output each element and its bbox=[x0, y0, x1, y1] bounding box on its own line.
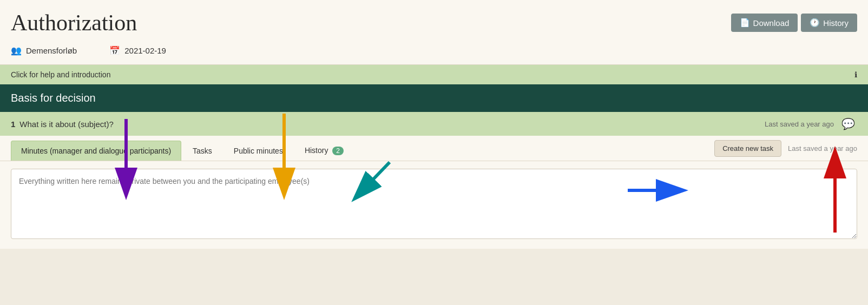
tabs-left: Minutes (manager and dialogue participan… bbox=[11, 136, 355, 161]
tabs-last-saved: Last saved a year ago bbox=[788, 144, 857, 152]
tab-minutes-label: Minutes (manager and dialogue participan… bbox=[21, 147, 171, 155]
organization-item: 👥 Demensforløb bbox=[11, 45, 77, 56]
create-task-label: Create new task bbox=[722, 144, 773, 152]
tab-public-minutes[interactable]: Public minutes bbox=[223, 141, 293, 161]
tabs-right: Create new task Last saved a year ago bbox=[714, 140, 857, 157]
organization-icon: 👥 bbox=[11, 45, 22, 56]
date-value: 2021-02-19 bbox=[124, 46, 166, 55]
header-meta: 👥 Demensforløb 📅 2021-02-19 bbox=[11, 42, 857, 59]
tab-history[interactable]: History 2 bbox=[294, 140, 354, 161]
main-content: Basis for decision 1 What is it about (s… bbox=[0, 84, 868, 249]
history-label: History bbox=[823, 18, 849, 28]
comment-icon: 💬 bbox=[841, 118, 855, 130]
tab-history-badge: 2 bbox=[332, 147, 344, 155]
content-area bbox=[0, 161, 868, 249]
comment-button[interactable]: 💬 bbox=[839, 117, 857, 130]
create-task-button[interactable]: Create new task bbox=[714, 140, 781, 157]
section-header: Basis for decision bbox=[0, 84, 868, 112]
header-buttons: 📄 Download 🕐 History bbox=[731, 14, 857, 32]
subject-number: 1 bbox=[11, 120, 15, 129]
history-button[interactable]: 🕐 History bbox=[801, 14, 857, 32]
tab-public-minutes-label: Public minutes bbox=[234, 147, 283, 155]
minutes-textarea[interactable] bbox=[11, 169, 857, 239]
help-bar-text: Click for help and introduction bbox=[11, 70, 110, 79]
section-title: Basis for decision bbox=[11, 92, 96, 104]
subject-last-saved: Last saved a year ago bbox=[765, 120, 834, 128]
page-title: Authorization bbox=[11, 10, 137, 36]
tab-tasks[interactable]: Tasks bbox=[182, 141, 222, 161]
subject-label: What is it about (subject)? bbox=[19, 120, 113, 129]
calendar-icon: 📅 bbox=[109, 45, 120, 56]
organization-name: Demensforløb bbox=[26, 46, 77, 55]
tab-history-label: History bbox=[305, 146, 328, 155]
info-icon: ℹ bbox=[854, 70, 857, 79]
tab-minutes[interactable]: Minutes (manager and dialogue participan… bbox=[11, 141, 181, 161]
subject-left: 1 What is it about (subject)? bbox=[11, 120, 114, 129]
download-icon: 📄 bbox=[740, 18, 750, 28]
tabs-area: Minutes (manager and dialogue participan… bbox=[0, 136, 868, 161]
subject-row: 1 What is it about (subject)? Last saved… bbox=[0, 112, 868, 136]
page-wrapper: Authorization 📄 Download 🕐 History 👥 Dem… bbox=[0, 0, 868, 249]
tab-tasks-label: Tasks bbox=[193, 147, 212, 155]
subject-right: Last saved a year ago 💬 bbox=[765, 117, 857, 130]
header-top: Authorization 📄 Download 🕐 History bbox=[11, 10, 857, 36]
history-icon: 🕐 bbox=[810, 18, 820, 28]
header-section: Authorization 📄 Download 🕐 History 👥 Dem… bbox=[0, 0, 868, 65]
help-bar[interactable]: Click for help and introduction ℹ bbox=[0, 65, 868, 84]
date-item: 📅 2021-02-19 bbox=[109, 45, 166, 56]
download-button[interactable]: 📄 Download bbox=[731, 14, 798, 32]
download-label: Download bbox=[753, 18, 790, 28]
